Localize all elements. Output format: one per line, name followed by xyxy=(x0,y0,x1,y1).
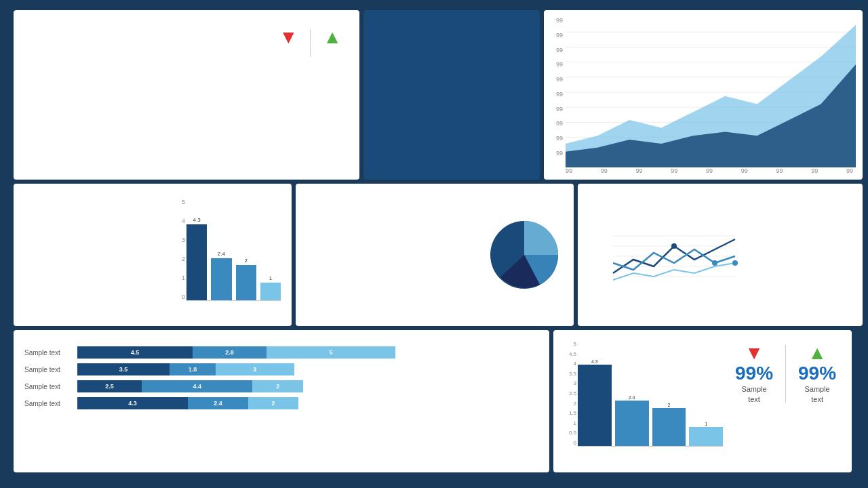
hbar-row-3: Sample text 2.5 4.4 2 xyxy=(24,380,538,392)
bar33-3-label: 2 xyxy=(667,403,670,407)
x-label-4: 99 xyxy=(706,167,713,174)
bar33-4 xyxy=(689,427,723,446)
bar33-4-label: 1 xyxy=(705,422,707,426)
card-pie-chart xyxy=(296,184,574,326)
hbar-label-3: Sample text xyxy=(24,383,73,390)
bar4 xyxy=(260,283,281,300)
arrow-block-down: ▼ xyxy=(273,26,305,60)
x-label-7: 99 xyxy=(811,167,818,174)
bar33-y-4: 4 xyxy=(561,361,576,367)
hbar-seg1-4: 4.3 xyxy=(77,397,188,409)
arrow-down-icon: ▼ xyxy=(279,26,298,48)
y-label-3: 99 xyxy=(549,106,563,113)
row2: 0 1 2 3 4 5 4.3 xyxy=(14,184,863,326)
bar33-y-25: 2.5 xyxy=(561,390,576,396)
y-label-8: 99 xyxy=(549,32,563,39)
bar3-label: 2 xyxy=(244,258,247,264)
hbar-segs-2: 3.5 1.8 3 xyxy=(77,363,538,375)
hbar-segs-1: 4.5 2.8 5 xyxy=(77,346,538,359)
bar33-y-05: 0.5 xyxy=(561,430,576,436)
hbar-seg1-2: 3.5 xyxy=(77,363,170,375)
bar33-y-35: 3.5 xyxy=(561,371,576,377)
y-label-4: 99 xyxy=(549,91,563,98)
x-label-3: 99 xyxy=(671,167,677,174)
hbar-seg3-2: 3 xyxy=(216,363,294,375)
bar33-y-3: 3 xyxy=(561,380,576,386)
card33-right: ▼ 99% Sampletext ▲ 99% Sampletext xyxy=(728,338,844,464)
y-label-5: 99 xyxy=(549,76,563,83)
svg-point-19 xyxy=(712,260,717,266)
bar33-y-1: 1 xyxy=(561,420,576,426)
arrow-up-icon: ▲ xyxy=(323,26,342,48)
bar1-label: 4.3 xyxy=(193,217,201,223)
area-chart-svg xyxy=(566,17,856,167)
hbar-segs-3: 2.5 4.4 2 xyxy=(77,380,538,392)
row3: Sample text 4.5 2.8 5 Sample text 3.5 1.… xyxy=(14,330,863,472)
y-label-0: 99 xyxy=(549,150,563,157)
card33-arrow-down-icon: ▼ xyxy=(745,342,764,364)
bar-y-5: 5 xyxy=(176,199,185,205)
card-row3-right: 0 0.5 1 1.5 2 2.5 3 3.5 4 4.5 5 xyxy=(553,330,852,472)
card-bar-chart: 0 1 2 3 4 5 4.3 xyxy=(14,184,292,326)
card-line-chart xyxy=(578,184,863,326)
card33-arrow-up-icon: ▲ xyxy=(808,342,827,364)
hbar-row-1: Sample text 4.5 2.8 5 xyxy=(24,346,538,359)
bar33-y-15: 1.5 xyxy=(561,410,576,416)
bar33-3 xyxy=(652,408,686,446)
card33-divider xyxy=(785,345,786,403)
bar33-y-5: 5 xyxy=(561,341,576,347)
line-chart-svg xyxy=(589,226,760,287)
card33-arrow-up-label: Sampletext xyxy=(804,384,829,405)
bar33-y-45: 4.5 xyxy=(561,351,576,357)
card33-arrow-down-val: 99% xyxy=(735,364,773,383)
y-label-7: 99 xyxy=(549,47,563,54)
y-label-9: 99 xyxy=(549,17,563,24)
x-label-8: 99 xyxy=(846,167,853,174)
bar4-label: 1 xyxy=(269,275,272,281)
bar33-2-label: 2.4 xyxy=(629,395,635,400)
bar-y-1: 1 xyxy=(176,274,185,281)
hbar-label-4: Sample text xyxy=(24,400,73,407)
hbar-seg2-3: 4.4 xyxy=(142,380,252,392)
hbar-seg2-1: 2.8 xyxy=(193,346,267,359)
hbar-label-1: Sample text xyxy=(24,349,73,357)
hbar-seg3-4: 2 xyxy=(248,397,299,409)
y-label-1: 99 xyxy=(549,135,563,142)
bar33-1 xyxy=(578,365,612,446)
card33-arrow-up: ▲ 99% Sampletext xyxy=(791,342,843,405)
card-kpi-main: ▼ ▲ xyxy=(14,10,359,180)
x-label-0: 99 xyxy=(566,167,572,174)
arrow-block-up: ▲ xyxy=(316,26,349,60)
hbar-seg2-4: 2.4 xyxy=(188,397,248,409)
hbar-seg3-1: 5 xyxy=(267,346,395,359)
card33-arrow-down: ▼ 99% Sampletext xyxy=(728,342,780,405)
card33-arrow-up-val: 99% xyxy=(798,364,836,383)
x-label-6: 99 xyxy=(776,167,783,174)
hbar-seg1-3: 2.5 xyxy=(77,380,142,392)
hbar-chart: Sample text 4.5 2.8 5 Sample text 3.5 1.… xyxy=(24,346,538,409)
bar2 xyxy=(211,258,231,300)
y-label-6: 99 xyxy=(549,61,563,68)
divider xyxy=(310,29,311,57)
dashboard: ▼ ▲ xyxy=(14,10,854,478)
card33-arrow-down-label: Sampletext xyxy=(741,384,766,405)
bar33-y-2: 2 xyxy=(561,401,576,407)
card33-barchart: 0 0.5 1 1.5 2 2.5 3 3.5 4 4.5 5 xyxy=(561,338,723,464)
row1: ▼ ▲ xyxy=(14,10,863,180)
bar33-y-0: 0 xyxy=(561,440,576,446)
bar-y-3: 3 xyxy=(176,237,185,243)
bar1 xyxy=(186,224,207,300)
hbar-seg3-3: 2 xyxy=(252,380,303,392)
svg-point-20 xyxy=(732,260,738,266)
bar-y-2: 2 xyxy=(176,256,185,262)
x-label-2: 99 xyxy=(635,167,642,174)
x-label-5: 99 xyxy=(741,167,748,174)
bar-y-0: 0 xyxy=(176,293,185,300)
card-sample-dark xyxy=(363,10,540,180)
pie-chart-svg xyxy=(487,218,561,292)
hbar-row-2: Sample text 3.5 1.8 3 xyxy=(24,363,538,375)
hbar-seg2-2: 1.8 xyxy=(170,363,216,375)
bar2-label: 2.4 xyxy=(218,251,225,257)
bar33-2 xyxy=(615,401,649,446)
hbar-label-2: Sample text xyxy=(24,366,73,373)
